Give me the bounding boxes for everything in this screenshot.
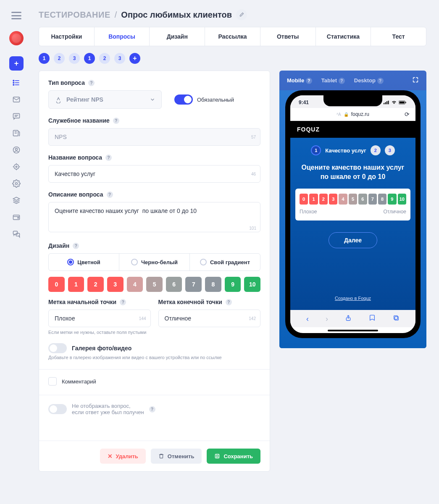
- end-label-input[interactable]: Отличное 142: [158, 310, 261, 327]
- hide-question-toggle[interactable]: [48, 404, 67, 414]
- phone-step-2[interactable]: 2: [371, 145, 381, 155]
- description-input[interactable]: [48, 202, 260, 232]
- phone-scale-4[interactable]: 4: [339, 194, 347, 205]
- phone-steps: 1Качество услуг23: [295, 145, 410, 155]
- tabs-icon[interactable]: [393, 315, 400, 323]
- phone-step-1[interactable]: 1: [311, 145, 321, 155]
- phone-next-button[interactable]: Далее: [329, 232, 377, 248]
- required-toggle[interactable]: [174, 94, 193, 105]
- svg-rect-38: [394, 316, 398, 320]
- nav-discuss-icon[interactable]: [12, 229, 21, 239]
- tab-дизайн[interactable]: Дизайн: [150, 27, 205, 46]
- question-chip-1[interactable]: 1: [84, 53, 95, 64]
- tab-ответы[interactable]: Ответы: [260, 27, 316, 46]
- svg-rect-26: [160, 455, 163, 458]
- help-icon[interactable]: ?: [107, 192, 113, 198]
- bookmarks-icon[interactable]: [368, 315, 376, 323]
- tab-вопросы[interactable]: Вопросы: [95, 27, 150, 46]
- scale-cell-7: 7: [185, 277, 202, 292]
- nav-layers-icon[interactable]: [12, 196, 21, 205]
- phone-scale-9[interactable]: 9: [388, 194, 396, 205]
- phone-scale-7[interactable]: 7: [368, 194, 377, 205]
- question-nav: 123123 +: [39, 53, 426, 64]
- svg-point-3: [13, 80, 14, 81]
- design-label: Дизайн: [48, 242, 69, 249]
- gallery-toggle[interactable]: [48, 343, 67, 353]
- svg-rect-29: [384, 103, 384, 104]
- phone-scale-5[interactable]: 5: [349, 194, 357, 205]
- cancel-button[interactable]: Отменить: [151, 449, 202, 464]
- design-option-2[interactable]: Свой градиент: [190, 254, 260, 270]
- svg-rect-37: [395, 317, 399, 320]
- nav-target-icon[interactable]: [12, 162, 21, 171]
- scale-cell-9: 9: [225, 277, 241, 292]
- help-icon[interactable]: ?: [120, 299, 126, 305]
- tab-рассылка[interactable]: Рассылка: [205, 27, 260, 46]
- question-name-input[interactable]: Качество услуг 46: [48, 165, 260, 183]
- edit-title-icon[interactable]: [236, 9, 247, 20]
- tab-статистика[interactable]: Статистика: [316, 27, 371, 46]
- svg-rect-24: [13, 231, 18, 234]
- start-label-input[interactable]: Плохое 144: [48, 310, 151, 327]
- tab-тест[interactable]: Тест: [371, 27, 426, 46]
- question-chip-3[interactable]: 3: [69, 53, 80, 64]
- nav-mail-icon[interactable]: [12, 95, 21, 104]
- type-label: Тип вопроса: [48, 79, 85, 86]
- comment-label: Комментарий: [62, 378, 96, 385]
- add-button[interactable]: +: [9, 56, 24, 71]
- design-option-0[interactable]: Цветной: [49, 254, 119, 270]
- question-chip-1[interactable]: 1: [39, 53, 50, 64]
- phone-scale-card: 012345678910 Плохое Отличное: [295, 189, 410, 220]
- preview-tab-tablet[interactable]: Tablet ?: [321, 77, 345, 84]
- preview-tab-mobile[interactable]: Mobile ?: [287, 77, 312, 84]
- phone-scale-10[interactable]: 10: [398, 194, 406, 205]
- phone-step-3[interactable]: 3: [385, 145, 395, 155]
- preview-panel: Mobile ? Tablet ? Desktop ? 9:41: [279, 71, 426, 348]
- question-chip-2[interactable]: 2: [54, 53, 65, 64]
- back-icon[interactable]: ‹: [306, 315, 309, 323]
- save-button[interactable]: Сохранить: [207, 449, 260, 464]
- preview-tab-desktop[interactable]: Desktop ?: [354, 77, 384, 84]
- design-option-1[interactable]: Черно-белый: [119, 254, 190, 270]
- phone-scale-3[interactable]: 3: [329, 194, 337, 205]
- help-icon[interactable]: ?: [149, 406, 155, 412]
- share-icon[interactable]: [345, 314, 352, 324]
- phone-scale-1[interactable]: 1: [309, 194, 318, 205]
- phone-notch: [323, 95, 382, 106]
- nav-chat-icon[interactable]: [12, 112, 21, 121]
- comment-checkbox[interactable]: [48, 377, 57, 386]
- help-icon[interactable]: ?: [88, 80, 95, 86]
- nav-list-icon[interactable]: [12, 78, 21, 87]
- help-icon[interactable]: ?: [226, 299, 232, 305]
- add-question-chip[interactable]: +: [129, 53, 140, 64]
- help-icon[interactable]: ?: [113, 118, 119, 124]
- phone-mockup: 9:41 ᴬA 🔒 foquz.ru: [285, 90, 421, 338]
- question-chip-3[interactable]: 3: [114, 53, 125, 64]
- nav-gear-icon[interactable]: [12, 179, 21, 188]
- phone-credit: Создано в Foquz: [295, 279, 410, 301]
- nav-wallet-icon[interactable]: [12, 213, 21, 222]
- svg-rect-7: [13, 113, 20, 118]
- end-label-title: Метка конечной точки: [158, 299, 222, 305]
- service-name-input[interactable]: NPS 57: [48, 128, 260, 146]
- phone-scale-0[interactable]: 0: [300, 194, 308, 205]
- expand-icon[interactable]: [412, 76, 419, 84]
- phone-scale-8[interactable]: 8: [378, 194, 386, 205]
- question-chip-2[interactable]: 2: [99, 53, 110, 64]
- scale-cell-4: 4: [127, 277, 143, 292]
- hamburger-menu[interactable]: [11, 12, 21, 19]
- help-icon[interactable]: ?: [105, 155, 112, 161]
- nav-user-icon[interactable]: [12, 145, 21, 155]
- tab-настройки[interactable]: Настройки: [39, 27, 95, 46]
- phone-scale-2[interactable]: 2: [319, 194, 328, 205]
- help-icon[interactable]: ?: [73, 243, 79, 249]
- nav-news-icon[interactable]: [12, 129, 21, 138]
- svg-rect-34: [400, 102, 405, 104]
- delete-button[interactable]: ✕Удалить: [100, 449, 146, 464]
- service-name-label: Служебное название: [48, 117, 110, 124]
- scale-cell-10: 10: [244, 277, 260, 292]
- gallery-label: Галерея фото/видео: [72, 345, 131, 352]
- phone-scale-6[interactable]: 6: [358, 194, 367, 205]
- svg-point-23: [18, 217, 19, 218]
- question-type-select[interactable]: Рейтинг NPS: [48, 90, 162, 109]
